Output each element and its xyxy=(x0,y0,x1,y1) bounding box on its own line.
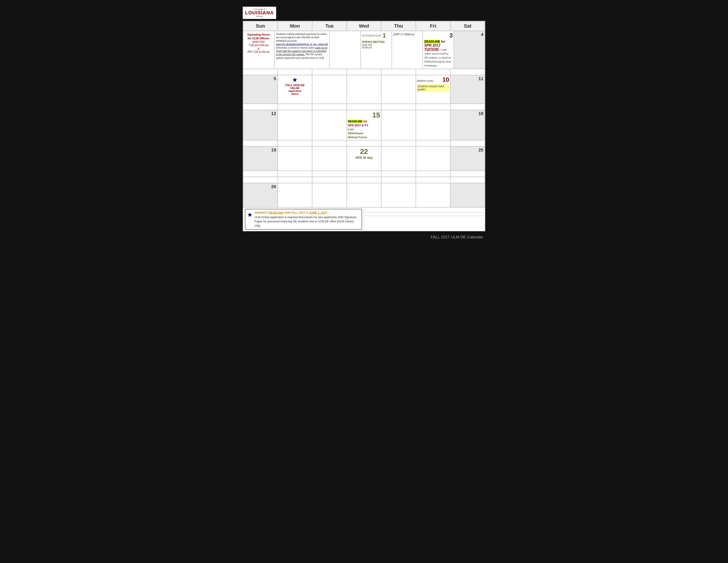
week2-wed xyxy=(347,75,381,104)
week3-fri xyxy=(416,110,450,140)
sub-lines-4a xyxy=(243,171,485,177)
week5-wed xyxy=(347,183,381,207)
sub-lines-2 xyxy=(243,104,485,110)
week1-fri: 3 DEADLINE for SPR 2017 TUITION – paid o… xyxy=(423,31,454,69)
header-tue: Tue xyxy=(312,21,347,31)
sat1-number: 4 xyxy=(455,32,483,37)
week1-thu: (SPR 17 Midterm) xyxy=(392,31,423,69)
sub-lines-3 xyxy=(243,140,485,146)
week5-thu xyxy=(381,183,416,207)
sub-lines-1 xyxy=(243,69,485,75)
university-logo: University of LOUISIANA Monroe xyxy=(243,7,276,19)
subline3-sun xyxy=(243,140,278,146)
footer-text-block: PRIORITY DEADLINE FOR FALL 2017 is JUNE … xyxy=(254,211,360,228)
last-w-text: Last xyxy=(348,128,354,131)
sun4-number: 19 xyxy=(245,147,276,152)
week-3: 12 15 DEADLINE for SPR 2017 & FY Last Wi… xyxy=(243,110,485,140)
sun2-number: 5 xyxy=(245,76,276,81)
subline2-tue xyxy=(312,104,347,110)
week2-sun: 5 xyxy=(243,75,278,104)
logo-monroe-text: Monroe xyxy=(245,15,274,17)
subline3-mon xyxy=(278,140,312,146)
week2-mon: ★ FALL 2018 DE ONLINE Application Opens xyxy=(278,75,312,104)
calendar-header: Sun Mon Tue Wed Thu Fri Sat xyxy=(243,21,485,31)
subline4a-mon xyxy=(278,171,312,177)
week4-sat: 25 xyxy=(450,146,485,171)
subline4b-tue xyxy=(312,177,347,183)
spr-midterm-label: (SPR 17 Midterm) xyxy=(393,33,421,36)
spr-fy-text: SPR 2017 & FY xyxy=(348,124,368,127)
mardi-gras-label: (ULM Mardi Gras) xyxy=(362,34,381,37)
wed1-number: 1 xyxy=(383,32,386,39)
payment-text2: Otherwise, a check or money order made o… xyxy=(276,46,327,59)
week1-tue xyxy=(330,31,361,69)
spr-w-day-text: SPR W day xyxy=(348,156,380,159)
week5-mon xyxy=(278,183,312,207)
sub-lines-4b xyxy=(243,177,485,183)
sat2-number: 11 xyxy=(452,76,483,81)
fri10-number: 10 xyxy=(442,76,449,83)
fall-de-sub2: Application xyxy=(279,90,311,92)
deadline15-for: for xyxy=(364,120,367,123)
footer-dash: – xyxy=(328,211,330,214)
deadline-block: DEADLINE for SPR 2017 TUITION – paid onl… xyxy=(424,39,453,68)
fall-de-sub3: Opens xyxy=(279,92,311,95)
subline1-wed xyxy=(347,69,381,75)
tuition-dash: – xyxy=(439,48,442,51)
subline1-sat xyxy=(450,69,485,75)
subline4a-tue xyxy=(312,171,347,177)
spring-meeting-ulib: ULIB 106 xyxy=(362,43,391,46)
sat3-number: 18 xyxy=(452,111,483,116)
sun3-number: 12 xyxy=(245,111,276,116)
deadline-for: for xyxy=(441,40,445,43)
footer-right-line3 xyxy=(365,216,484,219)
week1-mon: Students making individual payments for … xyxy=(274,31,330,69)
wed15-number: 15 xyxy=(348,111,380,119)
header-wed: Wed xyxy=(347,21,381,31)
withdrawal-text: Withdrawal xyxy=(348,132,363,135)
week2-fri: (Midterm ends) 10 Students should check … xyxy=(416,75,450,104)
payment-block: Students making individual payments for … xyxy=(276,32,328,60)
wed22-number: 22 xyxy=(348,147,380,156)
week3-tue xyxy=(312,110,347,140)
week3-mon xyxy=(278,110,312,140)
spring-meeting-block: SPRING MEETING ULIB 106 10:00 am xyxy=(362,40,391,49)
op-time: 7:30 am-5:00 pm xyxy=(246,44,272,47)
payment-link[interactable]: www.ulm.edu/dualenrollment/how_to_pay_on… xyxy=(276,43,328,45)
spring-meeting-time: 10:00 am xyxy=(362,46,391,49)
refund-forms-text: Refund Forms xyxy=(348,135,367,139)
sat4-number: 25 xyxy=(452,147,483,152)
op-fri: FRI 7:30-11:30 am xyxy=(246,50,272,54)
subline4a-fri xyxy=(416,171,450,177)
star-icon-week2: ★ xyxy=(279,76,311,83)
week4-tue xyxy=(312,146,347,171)
subline4b-mon xyxy=(278,177,312,183)
footer-right-line1 xyxy=(365,209,484,212)
subline3-wed xyxy=(347,140,381,146)
week1-wed: (ULM Mardi Gras) 1 SPRING MEETING ULIB 1… xyxy=(361,31,392,69)
week3-thu xyxy=(381,110,416,140)
week1-sun: Operating Hoursfor ULM offices: MON-THU … xyxy=(243,31,274,69)
subline4a-thu xyxy=(381,171,416,177)
footer-note: ★ PRIORITY DEADLINE FOR FALL 2017 is JUN… xyxy=(245,209,362,229)
fall-de-title: FALL 2018 DE xyxy=(279,83,311,87)
week5-sun: 26 xyxy=(243,183,278,207)
week-2: 5 ★ FALL 2018 DE ONLINE Application Open… xyxy=(243,75,485,104)
subline4a-sat xyxy=(450,171,485,177)
week2-sat: 11 xyxy=(450,75,485,104)
subline3-sat xyxy=(450,140,485,146)
subline2-thu xyxy=(381,104,416,110)
sun5-number: 26 xyxy=(245,184,276,189)
spr-2017-text: SPR 2017 xyxy=(424,43,440,47)
subline4b-thu xyxy=(381,177,416,183)
op-days: MON-THU xyxy=(246,40,272,44)
week-1: Operating Hoursfor ULM offices: MON-THU … xyxy=(243,31,485,69)
subline1-sun xyxy=(243,69,278,75)
week1-sat: 4 xyxy=(454,31,485,69)
calendar: Sun Mon Tue Wed Thu Fri Sat Operating Ho… xyxy=(243,21,485,231)
week5-fri xyxy=(416,183,450,207)
week2-thu xyxy=(381,75,416,104)
week5-tue xyxy=(312,183,347,207)
subline1-thu xyxy=(381,69,416,75)
subline3-tue xyxy=(312,140,347,146)
